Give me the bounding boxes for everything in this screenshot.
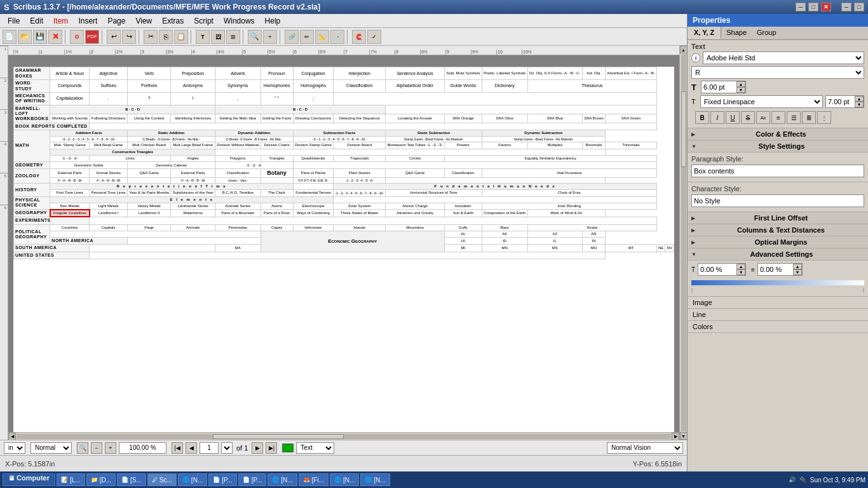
page-number-input[interactable] (200, 442, 219, 454)
linespace-up[interactable]: ▲ (855, 96, 864, 102)
table-btn[interactable]: ⊞ (226, 30, 240, 44)
percent-down[interactable]: ▼ (736, 269, 745, 275)
page-background[interactable]: Grammar Boxes Article & Noun Adjective V… (8, 55, 679, 432)
menu-edit[interactable]: Edit (25, 15, 48, 27)
advanced-settings-header[interactable]: ▼ Advanced Settings (688, 248, 868, 261)
close-doc-btn[interactable]: ✕ (48, 30, 62, 44)
undo-btn[interactable]: ↩ (107, 30, 121, 44)
scroll-thumb-v[interactable] (681, 92, 686, 167)
superscript-btn[interactable]: Ax (756, 111, 770, 124)
align-down[interactable]: ▼ (793, 269, 802, 275)
columns-distances-header[interactable]: ▶ Columns & Text Distances (688, 224, 868, 236)
menu-item[interactable]: Item (48, 15, 73, 27)
taskbar-app-3[interactable]: 📄 [S... (117, 473, 146, 486)
underline-btn[interactable]: U (726, 111, 740, 124)
linespace-down[interactable]: ▼ (855, 102, 864, 107)
color-effects-header[interactable]: ▶ Color & Effects (688, 128, 868, 140)
right-panel-min-btn[interactable]: ─ (841, 3, 851, 11)
menu-help[interactable]: Help (260, 15, 286, 27)
taskbar-app-2[interactable]: 📁 [D... (86, 473, 116, 486)
bold-btn[interactable]: B (695, 111, 709, 124)
scroll-track-v[interactable] (681, 54, 686, 431)
next-page-btn[interactable]: ▶ (252, 442, 263, 454)
menu-windows[interactable]: Windows (219, 15, 260, 27)
check-btn[interactable]: ✓ (367, 30, 381, 44)
color-slider[interactable] (691, 280, 864, 285)
menu-page[interactable]: Page (102, 15, 130, 27)
horizontal-scrollbar[interactable]: ◀ ▶ (8, 432, 679, 440)
pdf-btn[interactable]: PDF (85, 30, 99, 44)
percent-up[interactable]: ▲ (736, 264, 745, 269)
linespace-input[interactable] (826, 96, 855, 107)
preflight-btn[interactable]: ⚙ (70, 30, 84, 44)
slider-area[interactable]: | | (691, 278, 864, 294)
cut-btn[interactable]: ✂ (144, 30, 158, 44)
size-spinner[interactable]: ▲ ▼ (701, 81, 746, 93)
paragraph-style-input[interactable] (691, 165, 864, 177)
percent-spinner[interactable]: ▲ ▼ (698, 263, 746, 276)
align-up[interactable]: ▲ (793, 264, 802, 269)
character-style-input[interactable] (691, 194, 864, 207)
vertical-scrollbar[interactable]: ▲ ▼ (679, 46, 687, 440)
taskbar-app-7[interactable]: 🌐 [N... (268, 473, 297, 486)
zoom-btn2[interactable]: + (263, 30, 277, 44)
taskbar-app-1[interactable]: 📝 [L... (57, 473, 85, 486)
zoom-plus-btn[interactable]: + (105, 442, 116, 454)
optical-margins-header[interactable]: ▶ Optical Margins (688, 236, 868, 248)
italic-btn[interactable]: I (710, 111, 724, 124)
text-btn[interactable]: T (196, 30, 210, 44)
tab-shape[interactable]: Shape (721, 27, 752, 39)
scroll-track-h[interactable] (17, 434, 671, 439)
align-spinner[interactable]: ▲ ▼ (757, 263, 803, 276)
menu-script[interactable]: Script (189, 15, 219, 27)
zoom-in-btn[interactable]: 🔍 (248, 30, 262, 44)
taskbar-app-8[interactable]: 🦊 [Fi... (299, 473, 329, 486)
taskbar-app-10[interactable]: 🌐 [N... (360, 473, 390, 486)
align-justify-btn[interactable]: ⋮ (817, 111, 831, 124)
image-btn[interactable]: 🖼 (211, 30, 225, 44)
menu-extras[interactable]: Extras (157, 15, 189, 27)
prev-page-btn[interactable]: ◀ (186, 442, 197, 454)
taskbar-app-4[interactable]: 🌐 [N... (178, 473, 207, 486)
percent-input[interactable] (698, 264, 736, 275)
size-input[interactable] (702, 81, 736, 93)
open-btn[interactable]: 📂 (18, 30, 32, 44)
align-input[interactable] (758, 264, 793, 275)
last-page-btn[interactable]: ▶| (266, 442, 277, 454)
size-down-arrow[interactable]: ▼ (736, 87, 745, 93)
font-select[interactable]: Adobe Heiti Std (703, 51, 864, 64)
zoom-out-btn[interactable]: 🔍 (77, 442, 88, 454)
scroll-down-btn[interactable]: ▼ (680, 432, 688, 440)
view-mode-selector[interactable]: Normal (31, 442, 72, 454)
menu-insert[interactable]: Insert (73, 15, 102, 27)
style-settings-header[interactable]: ▼ Style Settings (688, 140, 868, 152)
paste-btn[interactable]: 📋 (174, 30, 188, 44)
eyedrop-btn[interactable]: 💉 (330, 30, 344, 44)
maximize-btn[interactable]: □ (808, 3, 818, 11)
align-left-btn[interactable]: ≡ (771, 111, 785, 124)
vision-selector[interactable]: Normal Vision (607, 442, 683, 454)
taskbar-app-scribus[interactable]: 🖊 Sc... (147, 473, 177, 486)
style-select[interactable]: R (691, 66, 864, 79)
linespace-type-select[interactable]: Fixed Linespace (700, 95, 823, 108)
scroll-right-btn[interactable]: ▶ (672, 433, 679, 440)
mode-select[interactable]: Text (296, 442, 334, 454)
align-right-btn[interactable]: ≣ (802, 111, 816, 124)
minimize-btn[interactable]: ─ (796, 3, 806, 11)
new-btn[interactable]: 📄 (3, 30, 17, 44)
menu-view[interactable]: View (130, 15, 157, 27)
tab-xyz[interactable]: X, Y, Z (688, 27, 721, 39)
unit-selector[interactable]: in (4, 442, 25, 454)
view-mode-select[interactable]: Normal (31, 442, 72, 454)
scroll-thumb-h[interactable] (213, 434, 344, 439)
first-page-btn[interactable]: |◀ (172, 442, 183, 454)
measure-btn[interactable]: 📐 (315, 30, 329, 44)
scroll-up-btn[interactable]: ▲ (680, 46, 688, 53)
close-btn[interactable]: ✕ (821, 3, 831, 11)
size-up-arrow[interactable]: ▲ (736, 81, 745, 87)
snap-btn[interactable]: 🧲 (352, 30, 366, 44)
first-line-offset-header[interactable]: ▶ First Line Offset (688, 212, 868, 224)
align-center-btn[interactable]: ☰ (787, 111, 801, 124)
right-panel-max-btn[interactable]: □ (854, 3, 864, 11)
strikethrough-btn[interactable]: S (741, 111, 755, 124)
